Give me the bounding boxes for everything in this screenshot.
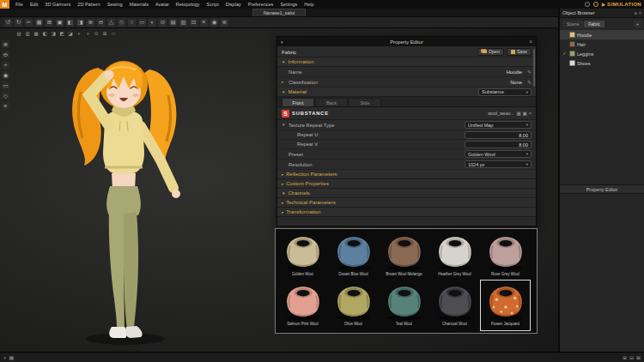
toolbar-icon-18[interactable]: ⊡ [190,19,197,27]
fabric-item-hair[interactable]: Hair [560,39,644,49]
toolbar-icon-4[interactable]: ⊞ [46,19,53,27]
close-icon[interactable]: × [526,39,532,45]
side-toolbar-icon-6[interactable]: ≡ [2,102,9,110]
save-button[interactable]: Save [507,48,532,56]
menu-item-script[interactable]: Script [204,0,222,9]
material-type-dropdown[interactable]: Substance ▾ [478,88,532,96]
app-logo[interactable]: M [0,0,9,9]
transformation-header[interactable]: ▸ Transformation [277,208,536,217]
menu-item-file[interactable]: File [12,0,27,9]
toolbar-icon-17[interactable]: ▥ [179,19,187,27]
fabric-item-hoodie[interactable]: Hoodie [560,30,644,39]
menu-item-materials[interactable]: Materials [126,0,152,9]
information-section-header[interactable]: ▼ Information [277,57,536,67]
material-thumb-olive-wool[interactable]: Olive Wool [329,281,378,330]
status-left-icon-1[interactable]: ▦ [9,355,14,360]
caret-right-icon[interactable]: ▸ [282,80,286,84]
material-thumb-brown-wool-melange[interactable]: Brown Wool Melange [380,231,428,281]
material-thumb-heather-grey-wool[interactable]: Heather Grey Wool [430,231,479,281]
material-thumb-charcoal-wool[interactable]: Charcoal Wool [430,281,479,330]
preset-dropdown[interactable]: Golden Wool ▾ [465,150,532,158]
material-section-header[interactable]: ▼ Material Substance ▾ [277,87,536,97]
edit-icon[interactable]: ✎ [525,79,532,85]
toolbar-icon-0[interactable]: ↺ [4,19,12,27]
menu-item-retopology[interactable]: Retopology [173,0,204,9]
close-icon[interactable]: × [639,10,641,15]
status-right-icon-1[interactable]: ⊟ [629,355,634,360]
menu-item-edit[interactable]: Edit [27,0,41,9]
menu-item-settings[interactable]: Settings [276,0,301,9]
status-left-icon-0[interactable]: ⌖ [3,355,6,360]
toolbar-icon-9[interactable]: ⊖ [97,19,105,27]
toolbar-icon-16[interactable]: ▤ [169,19,177,27]
material-thumb-teal-wool[interactable]: Teal Wool [380,281,428,330]
toolbar-icon-20[interactable]: ◉ [210,19,218,27]
material-thumb-flower-jacquard[interactable]: Flower Jacquard [481,281,530,330]
menu-item-help[interactable]: Help [301,0,317,9]
toolbar-icon-7[interactable]: ◨ [76,19,84,27]
toolbar-icon-10[interactable]: △ [107,19,115,27]
toolbar-icon-11[interactable]: ◇ [118,19,125,27]
material-tab-front[interactable]: Front [282,98,314,106]
toolbar-icon-3[interactable]: ▦ [35,19,43,27]
substance-file-name[interactable]: wool_weav... [488,111,513,116]
material-tab-side[interactable]: Side [349,98,381,106]
substance-icon-1[interactable]: ▣ [523,111,527,116]
menu-icon[interactable]: ≡ [635,10,637,15]
side-toolbar-icon-0[interactable]: ⊕ [2,40,9,48]
viewport-3d[interactable]: ▤▥▦◧◨◩◪◐◑⊙⊞▭ ⊕⊖⌖◉▭◇≡ [0,28,558,352]
side-toolbar-icon-3[interactable]: ◉ [2,71,9,79]
classification-value[interactable]: None [510,80,522,85]
side-toolbar-icon-2[interactable]: ⌖ [2,61,9,69]
repeat-u-input[interactable]: 8.00 [465,131,532,139]
toolbar-icon-13[interactable]: ▭ [138,19,146,27]
menu-item-2d-pattern[interactable]: 2D Pattern [74,0,103,9]
menu-item-avatar[interactable]: Avatar [152,0,173,9]
simulation-button[interactable]: ▶ SIMULATION [602,2,641,7]
toolbar-icon-15[interactable]: ⊙ [159,19,167,27]
material-thumb-salmon-pink-wool[interactable]: Salmon Pink Wool [278,281,327,330]
notification-icon[interactable] [593,2,598,7]
status-right-icon-0[interactable]: ⊞ [623,355,627,360]
material-thumb-golden-wool[interactable]: Golden Wool [278,231,327,281]
material-thumb-ocean-blue-wool[interactable]: Ocean Blue Wool [329,231,378,281]
window-tab[interactable]: Nanase1_salut [252,9,307,16]
side-toolbar-icon-5[interactable]: ◇ [2,92,9,100]
resolution-dropdown[interactable]: 1024 px ▾ [465,160,532,168]
caret-down-icon[interactable]: ▼ [282,123,286,127]
open-button[interactable]: Open [477,48,504,56]
channels-section-header[interactable]: ▼ Channels [277,189,536,198]
toolbar-icon-19[interactable]: ≡ [200,19,208,27]
custom-properties-header[interactable]: ▸ Custom Properties [277,179,536,189]
toolbar-icon-6[interactable]: ◧ [66,19,74,27]
menu-item-display[interactable]: Display [222,0,245,9]
scrollbar[interactable] [533,49,535,87]
substance-icon-0[interactable]: ▦ [516,111,520,116]
edit-icon[interactable]: ✎ [525,69,532,75]
add-fabric-button[interactable]: + [634,20,641,27]
material-tab-back[interactable]: Back [315,98,348,106]
object-browser-tab-scene[interactable]: Scene [562,21,583,27]
material-thumb-rose-grey-wool[interactable]: Rose Grey Wool [481,231,530,281]
avatar-3d[interactable] [36,32,229,351]
repeat-v-input[interactable]: 8.00 [465,141,532,148]
toolbar-icon-2[interactable]: ✂ [25,19,33,27]
reflection-parameters-header[interactable]: ▸ Reflection Parameters [277,170,536,179]
toolbar-icon-12[interactable]: ○ [128,19,136,27]
toolbar-icon-21[interactable]: ⊚ [221,19,228,27]
menu-item-3d-garment[interactable]: 3D Garment [41,0,74,9]
object-browser-tab-fabric[interactable]: Fabric [584,21,605,27]
side-toolbar-icon-1[interactable]: ⊖ [2,51,9,58]
fabric-item-shoes[interactable]: Shoes [560,58,644,68]
toolbar-icon-5[interactable]: ▣ [56,19,64,27]
texture-repeat-dropdown[interactable]: Unified Map ▾ [465,121,532,129]
menu-item-preferences[interactable]: Preferences [245,0,277,9]
name-value[interactable]: Hoodie [507,69,522,75]
property-editor-collapsed-header[interactable]: Property Editor [560,184,644,194]
menu-item-sewing[interactable]: Sewing [104,0,126,9]
account-icon[interactable] [585,2,590,7]
fabric-item-leggins[interactable]: ✓Leggins [560,49,644,58]
view-toolbar-icon-1[interactable]: ▥ [24,30,31,37]
toolbar-icon-8[interactable]: ⊕ [87,19,94,27]
side-toolbar-icon-4[interactable]: ▭ [2,81,9,89]
